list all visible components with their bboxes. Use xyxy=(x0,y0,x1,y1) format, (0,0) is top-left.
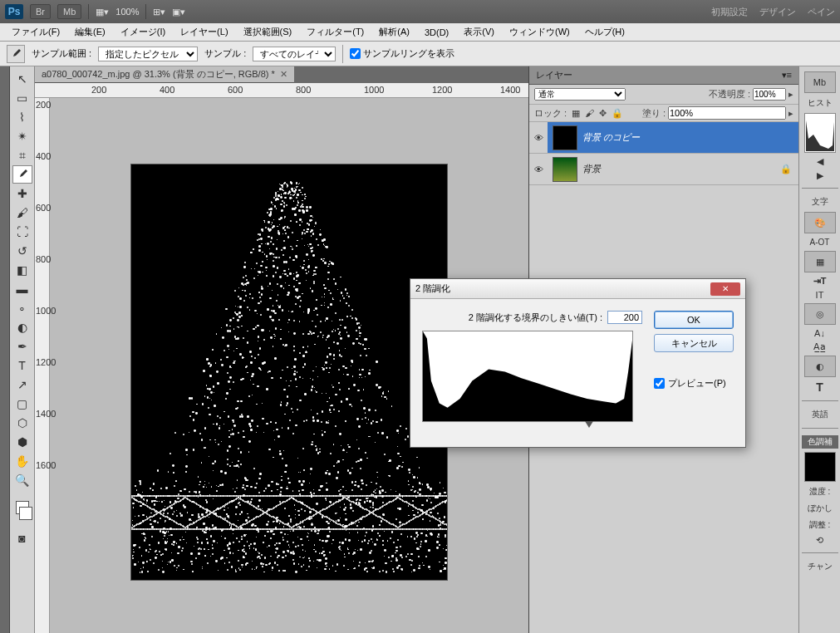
revert-icon[interactable]: ⟲ xyxy=(816,535,823,546)
arrange-icon[interactable]: ⊞▾ xyxy=(153,7,165,17)
ok-button[interactable]: OK xyxy=(654,311,734,329)
ws-design[interactable]: デザイン xyxy=(759,6,796,18)
lang-label[interactable]: 英語 xyxy=(812,408,828,421)
screenmode-icon[interactable]: ▣▾ xyxy=(172,7,185,17)
lock-position-icon[interactable]: ✥ xyxy=(599,108,607,119)
preview-checkbox[interactable]: プレビュー(P) xyxy=(654,377,734,390)
path-tool[interactable]: ↗ xyxy=(12,375,32,394)
lock-transparency-icon[interactable]: ▦ xyxy=(572,108,580,119)
menu-view[interactable]: 表示(V) xyxy=(457,23,501,41)
palette-icon[interactable]: 🎨 xyxy=(804,212,836,233)
styles-icon[interactable]: ◎ xyxy=(804,303,836,325)
adjust-label: 調整 : xyxy=(809,518,831,532)
bridge-button[interactable]: Br xyxy=(30,4,51,19)
dialog-titlebar[interactable]: 2 階調化 ✕ xyxy=(410,279,745,299)
zoom-level[interactable]: 100% xyxy=(115,7,139,17)
indent-icon[interactable]: ⇥T xyxy=(813,276,827,287)
hand-tool[interactable]: ✋ xyxy=(12,452,32,470)
shape-tool[interactable]: ▢ xyxy=(12,395,32,413)
swatches-icon[interactable]: ▦ xyxy=(804,251,836,272)
menu-filter[interactable]: フィルター(T) xyxy=(300,23,371,41)
menu-window[interactable]: ウィンドウ(W) xyxy=(503,23,577,41)
layer-thumbnail[interactable] xyxy=(553,125,577,150)
fill-flyout-icon[interactable]: ▸ xyxy=(788,108,793,119)
move-tool[interactable]: ↖ xyxy=(12,70,32,88)
quickmask-toggle[interactable]: ◙ xyxy=(12,529,32,547)
history-brush-tool[interactable]: ↺ xyxy=(12,242,32,260)
blend-mode-select[interactable]: 通常 xyxy=(534,88,626,101)
close-icon[interactable]: ✕ xyxy=(280,69,287,80)
crop-tool[interactable]: ⌗ xyxy=(12,146,32,164)
menu-file[interactable]: ファイル(F) xyxy=(5,23,66,41)
kerning-icon[interactable]: A̲a̲ xyxy=(813,341,826,352)
3d-tool[interactable]: ⬡ xyxy=(12,414,32,432)
panel-menu-icon[interactable]: ▾≡ xyxy=(782,70,792,81)
options-bar: サンプル範囲 : 指定したピクセル サンプル : すべてのレイヤー サンプルリン… xyxy=(0,42,840,66)
layer-row[interactable]: 👁 背景 🔒 xyxy=(529,154,798,185)
visibility-icon[interactable]: 👁 xyxy=(529,164,548,174)
type-tool[interactable]: T xyxy=(12,356,32,375)
font-name[interactable]: A-OT xyxy=(810,237,830,248)
vertical-text-icon[interactable]: IT xyxy=(816,290,824,300)
menu-3d[interactable]: 3D(D) xyxy=(418,25,455,40)
stamp-tool[interactable]: ⛶ xyxy=(12,223,32,241)
cancel-button[interactable]: キャンセル xyxy=(654,334,734,352)
dodge-tool[interactable]: ◐ xyxy=(12,318,32,336)
zoom-tool[interactable]: 🔍 xyxy=(12,471,32,489)
threshold-input[interactable] xyxy=(607,311,642,324)
marquee-tool[interactable]: ▭ xyxy=(12,89,32,107)
close-icon[interactable]: ✕ xyxy=(710,282,740,296)
sample-ring-checkbox[interactable]: サンプルリングを表示 xyxy=(350,47,454,60)
bold-t-icon[interactable]: T xyxy=(816,380,823,394)
slider-thumb-icon[interactable] xyxy=(585,421,593,428)
lock-pixels-icon[interactable]: 🖌 xyxy=(585,108,594,118)
quickselect-tool[interactable]: ✴ xyxy=(12,127,32,145)
color-adjust-label[interactable]: 色調補 xyxy=(802,435,838,449)
menu-help[interactable]: ヘルプ(H) xyxy=(578,23,631,41)
threshold-slider[interactable] xyxy=(422,422,642,432)
layers-tab[interactable]: レイヤー ▾≡ xyxy=(529,66,798,85)
menu-edit[interactable]: 編集(E) xyxy=(68,23,112,41)
eraser-tool[interactable]: ◧ xyxy=(12,261,32,279)
blur-tool[interactable]: ∘ xyxy=(12,299,32,317)
histogram-label[interactable]: ヒスト xyxy=(808,96,833,110)
pen-tool[interactable]: ✒ xyxy=(12,337,32,356)
view-mode-icon[interactable]: ▦▾ xyxy=(96,7,109,17)
document-tab[interactable]: a0780_000742_m.jpg @ 31.3% (背景 のコピー, RGB… xyxy=(35,66,294,83)
menu-layer[interactable]: レイヤー(L) xyxy=(174,23,234,41)
eyedropper-icon[interactable] xyxy=(7,45,25,63)
sample-layers-select[interactable]: すべてのレイヤー xyxy=(253,47,336,61)
layer-row[interactable]: 👁 背景 のコピー xyxy=(529,122,798,154)
character-label[interactable]: 文字 xyxy=(812,195,828,209)
color-adjust-thumb[interactable] xyxy=(804,452,836,482)
channel-label[interactable]: チャン xyxy=(808,560,833,573)
menu-image[interactable]: イメージ(I) xyxy=(114,23,172,41)
adjustments-icon[interactable]: ◐ xyxy=(804,356,836,377)
collapsed-panel-left[interactable] xyxy=(0,66,10,633)
heal-tool[interactable]: ✚ xyxy=(12,184,32,203)
fill-input[interactable] xyxy=(668,106,786,120)
3d-camera-tool[interactable]: ⬢ xyxy=(12,433,32,451)
ws-essentials[interactable]: 初期設定 xyxy=(711,6,748,18)
ws-paint[interactable]: ペイン xyxy=(808,6,835,18)
layer-options-row: 通常 不透明度 : ▸ xyxy=(529,85,798,104)
lasso-tool[interactable]: ⌇ xyxy=(12,108,32,126)
layer-thumbnail[interactable] xyxy=(553,157,577,182)
visibility-icon[interactable]: 👁 xyxy=(529,133,548,143)
menu-analysis[interactable]: 解析(A) xyxy=(372,23,416,41)
minibridge-button[interactable]: Mb xyxy=(57,4,81,19)
minibridge-mini-icon[interactable]: Mb xyxy=(804,71,836,93)
nav-prev-icon[interactable]: ◀ xyxy=(817,156,823,167)
brush-tool[interactable]: 🖌 xyxy=(12,204,32,222)
lock-all-icon[interactable]: 🔒 xyxy=(612,108,623,119)
histogram-mini[interactable] xyxy=(804,113,836,153)
sample-range-select[interactable]: 指定したピクセル xyxy=(98,47,198,61)
gradient-tool[interactable]: ▬ xyxy=(12,280,32,298)
background-color-swatch[interactable] xyxy=(19,507,32,520)
tracking-icon[interactable]: A↓ xyxy=(814,328,825,338)
eyedropper-tool[interactable] xyxy=(12,165,32,184)
opacity-flyout-icon[interactable]: ▸ xyxy=(788,89,793,100)
menu-select[interactable]: 選択範囲(S) xyxy=(237,23,299,41)
nav-next-icon[interactable]: ▶ xyxy=(817,170,823,181)
opacity-input[interactable] xyxy=(753,88,786,101)
